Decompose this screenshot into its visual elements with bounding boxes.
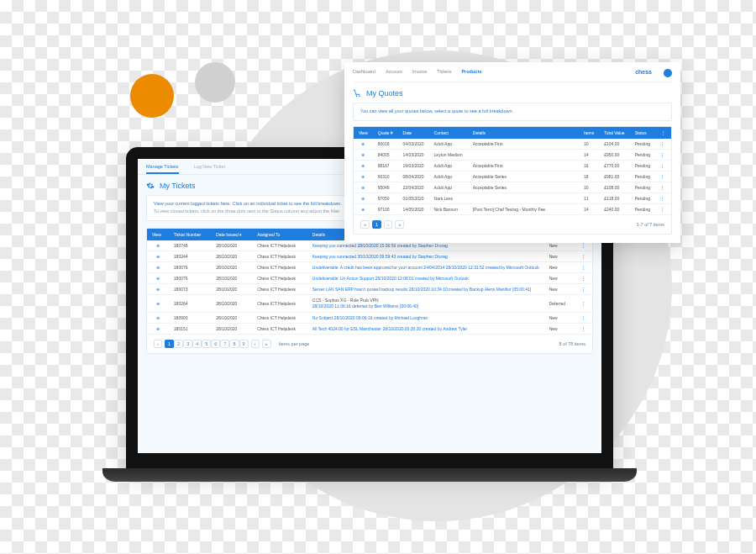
tab-log-new-ticket[interactable]: Log New Ticket xyxy=(194,164,226,174)
cell-date: 28/10/2020 xyxy=(211,313,252,324)
qcol-date[interactable]: Date xyxy=(398,127,429,139)
table-row[interactable]: ⊕18007628/10/2020Chess ICT HelpdeskUndel… xyxy=(147,273,592,284)
qpager-next[interactable]: › xyxy=(384,220,392,229)
pager-page-9[interactable]: 9 xyxy=(239,340,249,348)
pager-next[interactable]: › xyxy=(251,340,260,348)
row-more-icon[interactable]: ⋮ xyxy=(655,182,671,193)
table-row[interactable]: ⊕18007628/10/2020Chess ICT HelpdeskUndel… xyxy=(147,262,592,273)
table-row[interactable]: ⊕18026428/10/2020Chess ICT HelpdeskCCS -… xyxy=(147,295,592,313)
pager-last[interactable]: » xyxy=(262,340,271,348)
table-row[interactable]: ⊕8400514/03/2020Leyton Medium14£950.00Pe… xyxy=(354,150,671,161)
row-more-icon[interactable]: ⋮ xyxy=(574,273,592,284)
cell-contact: Nick Bannon xyxy=(429,204,468,215)
gear-icon xyxy=(146,182,155,190)
avatar[interactable] xyxy=(664,69,672,77)
row-more-icon[interactable]: ⋮ xyxy=(574,284,592,295)
cell-status: New xyxy=(544,284,575,295)
pager-page-4[interactable]: 4 xyxy=(192,340,202,348)
col-date-issued[interactable]: Date Issued ▾ xyxy=(211,229,252,240)
row-more-icon[interactable]: ⋮ xyxy=(655,161,671,171)
row-more-icon[interactable]: ⋮ xyxy=(574,313,592,324)
cell-ticket-number: 180264 xyxy=(169,295,211,313)
view-icon[interactable]: ⊕ xyxy=(147,284,169,295)
view-icon[interactable]: ⊕ xyxy=(354,193,373,204)
view-icon[interactable]: ⊕ xyxy=(147,313,169,324)
qcol-quote[interactable]: Quote # xyxy=(373,127,398,139)
pager-page-1[interactable]: 1 xyxy=(165,340,174,348)
pager-page-7[interactable]: 7 xyxy=(220,340,229,348)
pager-page-2[interactable]: 2 xyxy=(174,340,183,348)
quotes-table: View Quote # Date Contact Details Items … xyxy=(354,127,671,215)
view-icon[interactable]: ⊕ xyxy=(354,171,373,182)
cell-quote: 90310 xyxy=(373,171,398,182)
decor-circle-grey xyxy=(195,62,235,103)
row-more-icon[interactable]: ⋮ xyxy=(574,251,592,262)
view-icon[interactable]: ⊕ xyxy=(147,324,169,335)
cart-icon xyxy=(353,89,361,98)
col-assigned-to[interactable]: Assigned To xyxy=(252,229,307,240)
qcol-contact[interactable]: Contact xyxy=(429,127,468,139)
nav-account[interactable]: Account xyxy=(386,69,402,74)
qcol-items[interactable]: Items xyxy=(579,127,599,139)
qcol-view[interactable]: View xyxy=(354,127,373,139)
pager-page-6[interactable]: 6 xyxy=(211,340,220,348)
pager-page-5[interactable]: 5 xyxy=(202,340,211,348)
cell-total: £108.00 xyxy=(599,182,629,193)
cell-contact: Adult App xyxy=(429,171,468,182)
row-more-icon[interactable]: ⋮ xyxy=(655,139,671,150)
qcol-status[interactable]: Status xyxy=(630,127,655,139)
table-row[interactable]: ⊕8001804/03/2020Adult AppAcceptable Firs… xyxy=(354,139,671,150)
view-icon[interactable]: ⊕ xyxy=(147,251,169,262)
view-icon[interactable]: ⊕ xyxy=(147,273,169,284)
nav-tickets[interactable]: Tickets xyxy=(437,69,451,74)
table-row[interactable]: ⊕18007328/10/2020Chess ICT HelpdeskServe… xyxy=(147,284,592,295)
pager-prev[interactable]: ‹ xyxy=(154,340,162,348)
row-more-icon[interactable]: ⋮ xyxy=(574,262,592,273)
view-icon[interactable]: ⊕ xyxy=(147,240,169,251)
cell-details xyxy=(468,150,579,161)
cell-contact: Nark Less xyxy=(429,193,468,204)
table-row[interactable]: ⊕9710014/05/2020Nick Bannon[Post Term] C… xyxy=(354,204,671,215)
cell-ticket-number: 180244 xyxy=(169,251,211,262)
table-row[interactable]: ⊕18090328/10/2020Chess ICT HelpdeskNo Su… xyxy=(147,313,592,324)
view-icon[interactable]: ⊕ xyxy=(354,204,373,215)
table-row[interactable]: ⊕9031008/04/2020Adult AppAcceptable Seri… xyxy=(354,171,671,182)
row-more-icon[interactable]: ⋮ xyxy=(574,295,592,313)
nav-dashboard[interactable]: Dashboard xyxy=(353,69,375,74)
view-icon[interactable]: ⊕ xyxy=(147,262,169,273)
row-more-icon[interactable]: ⋮ xyxy=(655,204,671,215)
cell-details: CCS - Sophos XG - Rule Prob VPN28/10/202… xyxy=(307,295,544,313)
row-more-icon[interactable]: ⋮ xyxy=(574,324,592,335)
nav-invoice[interactable]: Invoice xyxy=(412,69,427,74)
table-row[interactable]: ⊕9705001/05/2020Nark Less11£118.00Pendin… xyxy=(354,193,671,204)
view-icon[interactable]: ⊕ xyxy=(354,139,373,150)
tab-manage-tickets[interactable]: Manage Tickets xyxy=(146,164,179,174)
col-view[interactable]: View xyxy=(147,229,169,240)
qcol-total[interactable]: Total Value xyxy=(599,127,629,139)
qcol-details[interactable]: Details xyxy=(468,127,579,139)
qpager-last[interactable]: » xyxy=(395,220,404,229)
col-ticket-number[interactable]: Ticket Number xyxy=(169,229,211,240)
items-per-page-label[interactable]: Items per page xyxy=(279,341,310,346)
table-row[interactable]: ⊕9504922/04/2020Adult AppAcceptable Seri… xyxy=(354,182,671,193)
nav-products[interactable]: Products xyxy=(461,69,481,74)
pager-page-8[interactable]: 8 xyxy=(229,340,239,348)
row-more-icon[interactable]: ⋮ xyxy=(655,150,671,161)
qpager-first[interactable]: « xyxy=(360,220,370,229)
cell-ticket-number: 180073 xyxy=(169,284,211,295)
cell-contact: Adult App xyxy=(429,182,468,193)
view-icon[interactable]: ⊕ xyxy=(147,295,169,313)
pager-page-3[interactable]: 3 xyxy=(183,340,192,348)
view-icon[interactable]: ⊕ xyxy=(354,161,373,171)
row-more-icon[interactable]: ⋮ xyxy=(655,171,671,182)
row-more-icon[interactable]: ⋮ xyxy=(655,193,671,204)
view-icon[interactable]: ⊕ xyxy=(354,182,373,193)
cell-ticket-number: 180748 xyxy=(169,240,211,251)
table-row[interactable]: ⊕8816719/03/2020Adult AppAcceptable Firs… xyxy=(354,161,671,171)
qpager-page-1[interactable]: 1 xyxy=(372,220,381,229)
qcol-more-icon[interactable]: ⋮ xyxy=(655,127,671,139)
table-row[interactable]: ⊕18015128/10/2020Chess ICT HelpdeskAll T… xyxy=(147,324,592,335)
cell-status: New xyxy=(544,273,575,284)
view-icon[interactable]: ⊕ xyxy=(354,150,373,161)
table-row[interactable]: ⊕18024428/10/2020Chess ICT HelpdeskKeepi… xyxy=(147,251,592,262)
